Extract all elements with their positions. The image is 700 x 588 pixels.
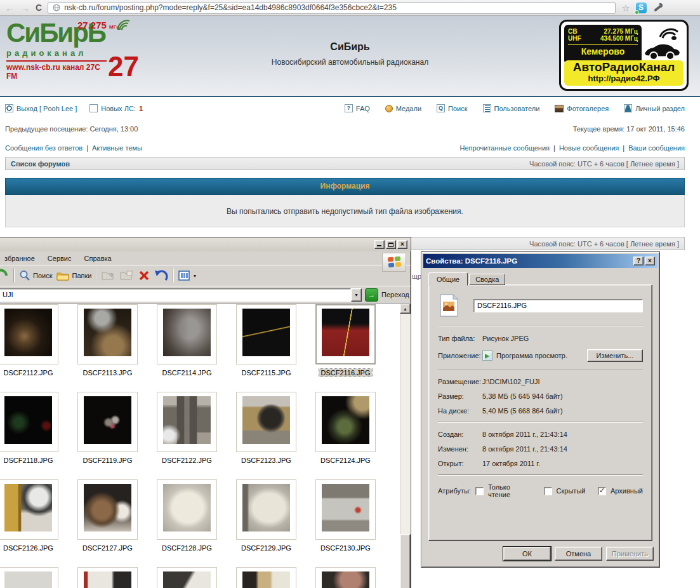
separator: | [623,144,624,152]
views-button[interactable]: ▼ [178,271,197,281]
new-messages-link[interactable]: Новые сообщения [559,144,619,152]
forum-index-bar: Список форумов Часовой пояс: UTC + 6 час… [5,157,685,170]
minimize-button[interactable] [374,240,385,249]
file-item[interactable]: DSCF2115.JPG [236,304,298,377]
back-icon[interactable]: ← [5,3,15,13]
file-item[interactable]: DSCF2119.JPG [77,392,139,464]
file-item[interactable]: DSCF2114.JPG [157,304,218,377]
delete-icon[interactable] [138,270,150,281]
banner-uhf-band: UHF [568,35,581,42]
nav-item-profile[interactable]: Личный раздел [635,105,685,112]
active-topics-link[interactable]: Активные темы [92,144,142,152]
file-item[interactable]: DSCF2128.JPG [157,479,218,552]
readonly-checkbox[interactable] [475,487,484,495]
ad-banner[interactable]: СВ27.275 МГц UHF434.500 МГц Кемерово Авт… [559,20,689,91]
separator: | [553,144,555,152]
reload-icon[interactable]: C [36,3,42,13]
undo-icon[interactable] [154,270,168,282]
size-on-disk-value: 5,40 МБ (5 668 864 байт) [482,407,563,415]
change-app-button[interactable]: Изменить... [587,349,643,362]
nav-item-gallery[interactable]: Фотогалерея [567,105,609,112]
file-item[interactable]: DSCF2126.JPG [0,479,60,552]
file-item[interactable]: DSCF2118.JPG [0,392,60,464]
separator: | [86,144,88,152]
explorer-titlebar[interactable]: × [0,237,411,251]
globe-icon [53,4,60,11]
new-pm-link[interactable]: Новых ЛС: [101,105,136,112]
file-item[interactable]: DSCF2129.JPG [236,479,298,552]
file-item-partial[interactable] [0,567,60,588]
your-messages-link[interactable]: Ваши сообщения [628,144,685,152]
file-item[interactable]: DSCF2113.JPG [77,304,139,377]
banner-city: Кемерово [568,44,638,57]
archive-label: Архивный [611,487,643,495]
file-item-selected[interactable]: DSCF2116.JPG [315,304,377,377]
banner-cb-freq: 27.275 МГц [604,28,638,35]
bookmark-star-icon[interactable]: ☆ [621,3,630,13]
scrollbar-thumb[interactable] [400,534,411,588]
hidden-checkbox[interactable] [544,487,552,495]
address-bar[interactable]: nsk-cb.ru/forum/posting.php?mode=reply&f… [48,2,616,14]
file-item[interactable]: DSCF2124.JPG [315,392,377,464]
site-logo[interactable]: СиБирЬ 27.275 МГц радиоканал 27 www.nsk-… [6,20,152,93]
menu-favorites[interactable]: збранное [4,255,35,262]
menu-help[interactable]: Справка [84,255,112,262]
opened-label: Открыт: [438,460,482,467]
help-button[interactable]: ? [633,257,644,265]
close-button[interactable]: × [645,257,655,265]
search-button[interactable]: Поиск [19,270,52,281]
page-title: СиБирь [190,41,510,53]
app-value: Программа просмотр. [496,352,567,359]
copy-to-icon[interactable] [120,270,134,281]
file-item-partial[interactable] [77,567,139,588]
go-icon[interactable]: → [365,288,378,302]
url-text: nsk-cb.ru/forum/posting.php?mode=reply&f… [64,3,397,12]
file-item-partial[interactable] [315,567,377,588]
vertical-scrollbar[interactable]: ▲ [400,304,411,588]
file-item-partial[interactable] [157,567,218,588]
archive-checkbox[interactable] [598,487,606,495]
dialog-titlebar[interactable]: Свойства: DSCF2116.JPG ? × [423,254,657,268]
file-item[interactable]: DSCF2130.JPG [315,479,377,552]
unanswered-link[interactable]: Сообщения без ответов [5,144,83,152]
hidden-label: Скрытый [557,487,586,495]
faq-icon: ? [345,104,353,112]
cancel-button[interactable]: Отмена [555,547,602,561]
unread-link[interactable]: Непрочитанные сообщения [460,144,550,152]
size-on-disk-label: На диске: [438,407,482,415]
nav-item-faq[interactable]: FAQ [356,105,370,112]
ok-button[interactable]: ОК [503,547,551,561]
file-item[interactable]: DSCF2122.JPG [157,392,218,464]
nav-item-medals[interactable]: Медали [396,105,421,112]
nav-item-members[interactable]: Пользователи [494,105,540,112]
forum-index-link[interactable]: Список форумов [11,160,70,168]
nav-item-search[interactable]: Поиск [448,105,467,112]
forward-icon[interactable]: → [20,3,30,13]
general-tab-page: Тип файла: Рисунок JPEG Приложение: Прог… [428,284,652,541]
pm-icon [89,104,98,112]
apply-button[interactable]: Применить [606,547,654,561]
properties-dialog: Свойства: DSCF2116.JPG ? × Общие Сводка [421,251,660,568]
file-item[interactable]: DSCF2112.JPG [0,304,60,377]
up-folder-icon[interactable] [0,268,9,283]
maximize-button[interactable] [386,240,396,249]
filename-input[interactable] [473,299,643,312]
move-to-icon[interactable] [102,270,116,281]
scroll-up-icon[interactable]: ▲ [400,304,411,314]
path-dropdown-button[interactable]: ▼ [351,288,362,302]
menu-tools[interactable]: Сервис [48,255,72,262]
skype-extension-icon[interactable]: S [636,3,647,13]
tab-summary[interactable]: Сводка [469,274,505,285]
path-input[interactable]: UJI [0,288,351,302]
size-label: Размер: [438,392,482,400]
file-item[interactable]: DSCF2127.JPG [77,479,139,552]
tab-general[interactable]: Общие [428,272,468,286]
file-item-partial[interactable] [236,567,298,588]
file-item[interactable]: DSCF2123.JPG [236,392,298,464]
folders-button[interactable]: Папки [56,271,91,281]
dialog-title: Свойства: DSCF2116.JPG [426,257,632,265]
close-button[interactable]: × [397,240,407,249]
settings-wrench-icon[interactable] [652,3,663,13]
logout-link[interactable]: Выход [ Pooh Lee ] [17,105,77,112]
medals-icon [385,105,393,112]
